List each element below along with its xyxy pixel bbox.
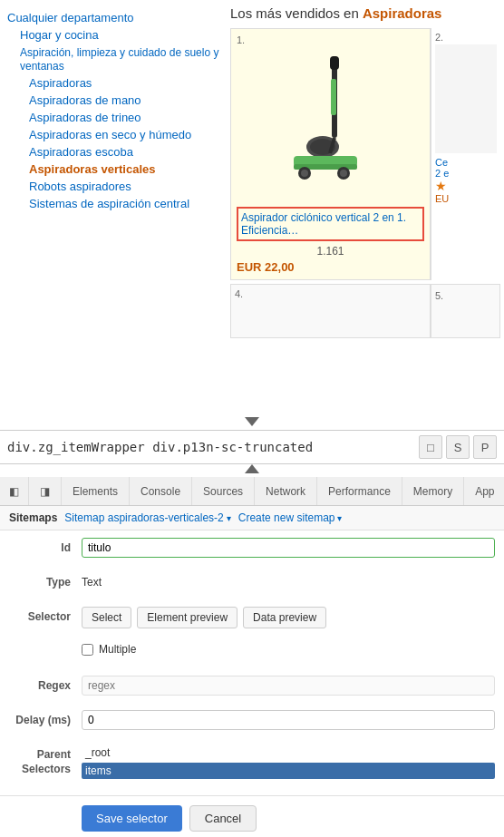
- page-title: Los más vendidos en Aspiradoras: [230, 5, 500, 21]
- tab-console[interactable]: Console: [130, 477, 192, 505]
- arrow-down-pointer: [0, 417, 504, 430]
- parent-selectors-container: _root items: [82, 745, 495, 779]
- multiple-row: Multiple: [82, 641, 495, 656]
- vacuum-svg: [285, 52, 375, 197]
- regex-input[interactable]: [82, 676, 495, 696]
- type-value: Text: [82, 572, 495, 589]
- select-btn[interactable]: Select: [82, 607, 131, 628]
- multiple-label: Multiple: [99, 643, 136, 656]
- tab-performance[interactable]: Performance: [317, 477, 402, 505]
- svg-point-7: [301, 170, 308, 177]
- sidebar-item-robots[interactable]: Robots aspiradores: [7, 178, 219, 195]
- delay-value-container: [82, 710, 495, 730]
- arrow-up-icon: [245, 464, 259, 473]
- s-btn[interactable]: S: [446, 435, 470, 459]
- delay-input[interactable]: [82, 710, 495, 730]
- form-row-multiple: Multiple: [9, 641, 495, 667]
- svg-rect-1: [330, 56, 339, 70]
- p-btn[interactable]: P: [473, 435, 497, 459]
- parent-selector-items[interactable]: items: [82, 763, 495, 779]
- cancel-button[interactable]: Cancel: [189, 805, 257, 832]
- form-row-parent-selectors: Parent Selectors _root items: [9, 745, 495, 779]
- regex-label: Regex: [9, 676, 82, 692]
- parent-selector-root[interactable]: _root: [82, 745, 495, 761]
- id-value-container: [82, 538, 495, 558]
- save-selector-button[interactable]: Save selector: [82, 805, 182, 832]
- parent-selectors-list: _root items: [82, 745, 495, 779]
- product-partial-title-2: Ce2 e: [435, 157, 497, 179]
- arrow-up-pointer: [0, 464, 504, 477]
- svg-rect-11: [331, 79, 336, 115]
- sidebar-item-escoba[interactable]: Aspiradoras escoba: [7, 143, 219, 161]
- form-row-delay: Delay (ms): [9, 710, 495, 735]
- devtools-selector-bar: div.zg_itemWrapper div.p13n-sc-truncated…: [0, 430, 504, 464]
- create-sitemap-btn[interactable]: Create new sitemap: [238, 511, 343, 524]
- product-title-1: Aspirador ciclónico vertical 2 en 1. Efi…: [237, 207, 424, 241]
- arrow-down-icon: [245, 417, 259, 426]
- sidebar-item-aspiradoras[interactable]: Aspiradoras: [7, 74, 219, 92]
- element-preview-btn[interactable]: Element preview: [137, 607, 237, 628]
- form-row-id: Id: [9, 538, 495, 563]
- element-inspector-icon: ◧: [9, 485, 19, 498]
- sidebar: Cualquier departamento Hogar y cocina As…: [0, 0, 227, 417]
- product-image-1: [237, 47, 424, 201]
- form-row-regex: Regex: [9, 676, 495, 701]
- product-count-1: 1.161: [237, 245, 424, 258]
- tab-sources[interactable]: Sources: [192, 477, 255, 505]
- parent-selectors-label: Parent Selectors: [9, 745, 82, 776]
- multiple-checkbox[interactable]: [82, 644, 93, 656]
- scraper-form: Id Type Text Selector Select Element pre…: [0, 530, 504, 795]
- tab-elements[interactable]: Elements: [62, 477, 130, 505]
- sidebar-item-verticales[interactable]: Aspiradoras verticales: [7, 161, 219, 178]
- page-top: Cualquier departamento Hogar y cocina As…: [0, 0, 504, 417]
- product-number-2: 2.: [435, 32, 497, 43]
- collapse-btn[interactable]: □: [419, 435, 442, 459]
- id-label: Id: [9, 538, 82, 554]
- scraper-panel: Sitemaps Sitemap aspiradoras-verticales-…: [0, 506, 504, 837]
- product-partial-price-2: EU: [435, 193, 497, 204]
- form-row-type: Type Text: [9, 572, 495, 598]
- scraper-header: Sitemaps Sitemap aspiradoras-verticales-…: [0, 506, 504, 530]
- sidebar-item-aspiracion[interactable]: Aspiración, limpieza y cuidado de suelo …: [7, 44, 219, 74]
- sitemaps-label: Sitemaps: [9, 511, 57, 524]
- sidebar-item-seco-humedo[interactable]: Aspiradoras en seco y húmedo: [7, 126, 219, 143]
- device-toolbar-icon: ◨: [40, 485, 50, 498]
- multiple-label-spacer: [9, 641, 82, 645]
- regex-input-container: [82, 676, 495, 696]
- main-content: Los más vendidos en Aspiradoras 1.: [227, 0, 504, 417]
- type-label: Type: [9, 572, 82, 589]
- id-input[interactable]: [82, 538, 495, 558]
- product-card-1[interactable]: 1.: [230, 28, 431, 280]
- devtools-tab-icon-left[interactable]: ◧: [0, 477, 29, 505]
- star-icon-2: ★: [435, 179, 497, 193]
- bottom-buttons: Save selector Cancel: [0, 795, 504, 837]
- products-row-2: 4. 5.: [230, 284, 500, 338]
- product-number-1: 1.: [237, 34, 424, 45]
- sitemap-dropdown[interactable]: Sitemap aspiradoras-verticales-2: [64, 511, 230, 524]
- products-row: 1.: [230, 28, 500, 280]
- data-preview-btn[interactable]: Data preview: [243, 607, 326, 628]
- product-card-5[interactable]: 5.: [431, 284, 500, 338]
- selector-label: Selector: [9, 607, 82, 623]
- tab-network[interactable]: Network: [255, 477, 317, 505]
- form-row-selector: Selector Select Element preview Data pre…: [9, 607, 495, 632]
- product-card-2[interactable]: 2. Ce2 e ★ EU: [431, 28, 500, 280]
- sidebar-item-mano[interactable]: Aspiradoras de mano: [7, 92, 219, 109]
- multiple-checkbox-container: Multiple: [82, 641, 495, 656]
- devtools-tab-icon-right[interactable]: ◨: [29, 477, 62, 505]
- sidebar-item-hogar[interactable]: Hogar y cocina: [7, 26, 219, 44]
- selector-buttons: Select Element preview Data preview: [82, 607, 495, 628]
- selector-buttons-container: Select Element preview Data preview: [82, 607, 495, 628]
- product-price-1: EUR 22,00: [237, 260, 424, 274]
- product-number-5: 5.: [435, 290, 443, 301]
- product-number-4: 4.: [235, 288, 243, 299]
- sidebar-item-central[interactable]: Sistemas de aspiración central: [7, 195, 219, 212]
- delay-label: Delay (ms): [9, 710, 82, 726]
- tab-app[interactable]: App: [464, 477, 504, 505]
- sidebar-item-any-dept[interactable]: Cualquier departamento: [7, 9, 219, 26]
- svg-point-9: [340, 170, 347, 177]
- product-card-4[interactable]: 4.: [230, 284, 431, 338]
- devtools-tabs: ◧ ◨ Elements Console Sources Network Per…: [0, 477, 504, 506]
- tab-memory[interactable]: Memory: [402, 477, 464, 505]
- sidebar-item-trineo[interactable]: Aspiradoras de trineo: [7, 109, 219, 126]
